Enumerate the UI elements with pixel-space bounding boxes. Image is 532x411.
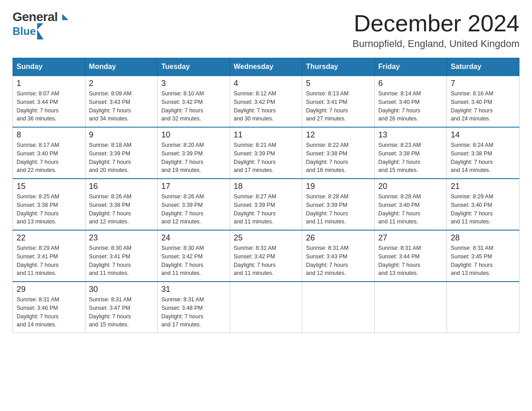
calendar-day-cell: 11 Sunrise: 8:21 AM Sunset: 3:39 PM Dayl…	[230, 127, 302, 179]
logo-blue-bar: Blue	[13, 23, 43, 39]
day-number: 7	[450, 79, 515, 88]
day-number: 22	[17, 233, 82, 243]
calendar-week-row: 1 Sunrise: 8:07 AM Sunset: 3:44 PM Dayli…	[13, 76, 519, 127]
calendar-day-cell: 28 Sunrise: 8:31 AM Sunset: 3:45 PM Dayl…	[447, 230, 519, 282]
empty-cell	[302, 282, 375, 333]
calendar-day-cell: 14 Sunrise: 8:24 AM Sunset: 3:38 PM Dayl…	[447, 127, 519, 179]
day-number: 26	[306, 233, 371, 243]
logo: General▶ Blue	[13, 11, 69, 39]
day-of-week-header-sunday: Sunday	[13, 58, 86, 76]
day-info: Sunrise: 8:12 AM Sunset: 3:42 PM Dayligh…	[234, 90, 299, 123]
calendar-day-cell: 17 Sunrise: 8:26 AM Sunset: 3:39 PM Dayl…	[158, 179, 230, 230]
calendar-day-cell: 15 Sunrise: 8:25 AM Sunset: 3:38 PM Dayl…	[13, 179, 86, 230]
day-info: Sunrise: 8:10 AM Sunset: 3:42 PM Dayligh…	[161, 90, 226, 123]
day-info: Sunrise: 8:27 AM Sunset: 3:39 PM Dayligh…	[234, 193, 299, 226]
day-number: 3	[161, 79, 226, 88]
day-number: 31	[161, 285, 226, 294]
calendar-day-cell: 12 Sunrise: 8:22 AM Sunset: 3:38 PM Dayl…	[302, 127, 375, 179]
day-info: Sunrise: 8:26 AM Sunset: 3:38 PM Dayligh…	[89, 193, 154, 226]
day-info: Sunrise: 8:29 AM Sunset: 3:40 PM Dayligh…	[450, 193, 515, 226]
day-number: 10	[161, 130, 226, 140]
calendar-table: SundayMondayTuesdayWednesdayThursdayFrid…	[13, 58, 519, 333]
calendar-day-cell: 30 Sunrise: 8:31 AM Sunset: 3:47 PM Dayl…	[85, 282, 158, 333]
logo-general: General▶	[13, 11, 69, 23]
day-info: Sunrise: 8:21 AM Sunset: 3:39 PM Dayligh…	[234, 141, 299, 175]
day-number: 29	[17, 285, 82, 294]
calendar-header-row: SundayMondayTuesdayWednesdayThursdayFrid…	[13, 58, 519, 76]
title-block: December 2024 Burnopfield, England, Unit…	[352, 11, 519, 50]
empty-cell	[230, 282, 302, 333]
day-number: 20	[378, 182, 443, 191]
day-info: Sunrise: 8:31 AM Sunset: 3:44 PM Dayligh…	[378, 244, 443, 278]
calendar-day-cell: 2 Sunrise: 8:09 AM Sunset: 3:43 PM Dayli…	[85, 76, 158, 127]
day-number: 9	[89, 130, 154, 140]
day-info: Sunrise: 8:28 AM Sunset: 3:39 PM Dayligh…	[306, 193, 371, 226]
day-of-week-header-friday: Friday	[374, 58, 447, 76]
day-info: Sunrise: 8:26 AM Sunset: 3:39 PM Dayligh…	[161, 193, 226, 226]
day-number: 24	[161, 233, 226, 243]
calendar-day-cell: 29 Sunrise: 8:31 AM Sunset: 3:46 PM Dayl…	[13, 282, 86, 333]
day-number: 12	[306, 130, 371, 140]
day-number: 23	[89, 233, 154, 243]
day-info: Sunrise: 8:31 AM Sunset: 3:43 PM Dayligh…	[306, 244, 371, 278]
day-number: 27	[378, 233, 443, 243]
day-of-week-header-wednesday: Wednesday	[230, 58, 302, 76]
day-number: 19	[306, 182, 371, 191]
calendar-day-cell: 18 Sunrise: 8:27 AM Sunset: 3:39 PM Dayl…	[230, 179, 302, 230]
calendar-day-cell: 31 Sunrise: 8:31 AM Sunset: 3:48 PM Dayl…	[158, 282, 230, 333]
month-year-title: December 2024	[352, 11, 519, 36]
day-number: 28	[450, 233, 515, 243]
day-number: 5	[306, 79, 371, 88]
day-info: Sunrise: 8:31 AM Sunset: 3:42 PM Dayligh…	[234, 244, 299, 278]
day-info: Sunrise: 8:29 AM Sunset: 3:41 PM Dayligh…	[17, 244, 82, 278]
day-info: Sunrise: 8:30 AM Sunset: 3:42 PM Dayligh…	[161, 244, 226, 278]
day-info: Sunrise: 8:22 AM Sunset: 3:38 PM Dayligh…	[306, 141, 371, 175]
day-info: Sunrise: 8:31 AM Sunset: 3:46 PM Dayligh…	[17, 295, 82, 329]
day-number: 2	[89, 79, 154, 88]
day-number: 17	[161, 182, 226, 191]
day-info: Sunrise: 8:24 AM Sunset: 3:38 PM Dayligh…	[450, 141, 515, 175]
day-info: Sunrise: 8:07 AM Sunset: 3:44 PM Dayligh…	[17, 90, 82, 123]
day-info: Sunrise: 8:13 AM Sunset: 3:41 PM Dayligh…	[306, 90, 371, 123]
calendar-day-cell: 22 Sunrise: 8:29 AM Sunset: 3:41 PM Dayl…	[13, 230, 86, 282]
day-of-week-header-monday: Monday	[85, 58, 158, 76]
calendar-day-cell: 9 Sunrise: 8:18 AM Sunset: 3:39 PM Dayli…	[85, 127, 158, 179]
location-subtitle: Burnopfield, England, United Kingdom	[352, 38, 519, 50]
calendar-day-cell: 5 Sunrise: 8:13 AM Sunset: 3:41 PM Dayli…	[302, 76, 375, 127]
day-number: 13	[378, 130, 443, 140]
day-info: Sunrise: 8:31 AM Sunset: 3:47 PM Dayligh…	[89, 295, 154, 329]
calendar-day-cell: 16 Sunrise: 8:26 AM Sunset: 3:38 PM Dayl…	[85, 179, 158, 230]
day-info: Sunrise: 8:30 AM Sunset: 3:41 PM Dayligh…	[89, 244, 154, 278]
day-number: 25	[234, 233, 299, 243]
day-number: 6	[378, 79, 443, 88]
calendar-week-row: 29 Sunrise: 8:31 AM Sunset: 3:46 PM Dayl…	[13, 282, 519, 333]
calendar-day-cell: 26 Sunrise: 8:31 AM Sunset: 3:43 PM Dayl…	[302, 230, 375, 282]
day-of-week-header-saturday: Saturday	[447, 58, 519, 76]
calendar-day-cell: 23 Sunrise: 8:30 AM Sunset: 3:41 PM Dayl…	[85, 230, 158, 282]
day-info: Sunrise: 8:31 AM Sunset: 3:45 PM Dayligh…	[450, 244, 515, 278]
calendar-day-cell: 10 Sunrise: 8:20 AM Sunset: 3:39 PM Dayl…	[158, 127, 230, 179]
calendar-week-row: 15 Sunrise: 8:25 AM Sunset: 3:38 PM Dayl…	[13, 179, 519, 230]
calendar-day-cell: 20 Sunrise: 8:28 AM Sunset: 3:40 PM Dayl…	[374, 179, 447, 230]
day-number: 21	[450, 182, 515, 191]
empty-cell	[374, 282, 447, 333]
calendar-day-cell: 7 Sunrise: 8:16 AM Sunset: 3:40 PM Dayli…	[447, 76, 519, 127]
day-info: Sunrise: 8:14 AM Sunset: 3:40 PM Dayligh…	[378, 90, 443, 123]
calendar-day-cell: 25 Sunrise: 8:31 AM Sunset: 3:42 PM Dayl…	[230, 230, 302, 282]
calendar-day-cell: 21 Sunrise: 8:29 AM Sunset: 3:40 PM Dayl…	[447, 179, 519, 230]
day-info: Sunrise: 8:31 AM Sunset: 3:48 PM Dayligh…	[161, 295, 226, 329]
day-number: 16	[89, 182, 154, 191]
logo-blue-label: Blue	[13, 25, 36, 38]
day-info: Sunrise: 8:09 AM Sunset: 3:43 PM Dayligh…	[89, 90, 154, 123]
calendar-week-row: 22 Sunrise: 8:29 AM Sunset: 3:41 PM Dayl…	[13, 230, 519, 282]
day-number: 30	[89, 285, 154, 294]
day-number: 8	[17, 130, 82, 140]
day-number: 18	[234, 182, 299, 191]
day-info: Sunrise: 8:16 AM Sunset: 3:40 PM Dayligh…	[450, 90, 515, 123]
day-info: Sunrise: 8:25 AM Sunset: 3:38 PM Dayligh…	[17, 193, 82, 226]
calendar-day-cell: 3 Sunrise: 8:10 AM Sunset: 3:42 PM Dayli…	[158, 76, 230, 127]
day-info: Sunrise: 8:28 AM Sunset: 3:40 PM Dayligh…	[378, 193, 443, 226]
day-info: Sunrise: 8:17 AM Sunset: 3:40 PM Dayligh…	[17, 141, 82, 175]
calendar-week-row: 8 Sunrise: 8:17 AM Sunset: 3:40 PM Dayli…	[13, 127, 519, 179]
day-number: 1	[17, 79, 82, 88]
